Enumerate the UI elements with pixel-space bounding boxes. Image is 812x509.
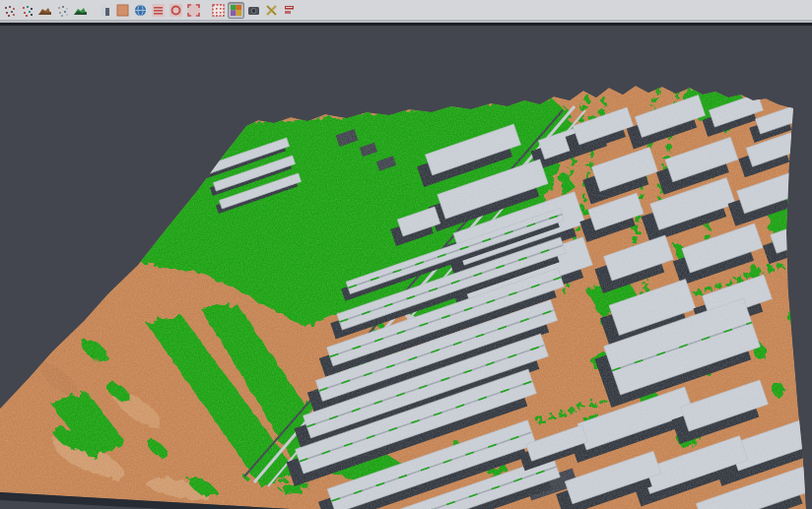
grid-icon [212,4,225,17]
toolbar-button-legend-icon[interactable] [150,2,167,19]
toolbar [0,0,812,21]
camera-icon [247,4,260,17]
points-red-icon [3,4,16,17]
toolbar-button-flag-icon[interactable] [281,2,298,19]
toolbar-button-bare-earth-icon[interactable] [36,2,53,19]
toolbar-button-classification-colors-icon[interactable] [228,2,244,19]
scene-svg[interactable] [0,26,812,509]
ortho-image-icon [116,4,129,17]
flag-icon [283,4,296,17]
toolbar-button-points-red-icon[interactable] [1,2,18,19]
toolbar-button-ortho-image-icon[interactable] [114,2,131,19]
toolbar-separator [203,2,209,19]
points-classified-icon [21,4,34,17]
extent-icon [187,4,200,17]
toolbar-button-globe-icon[interactable] [132,2,149,19]
bare-earth-icon [38,4,51,17]
toolbar-button-grid-icon[interactable] [210,2,227,19]
toolbar-separator [90,2,96,19]
toolbar-button-target-icon[interactable] [168,2,184,19]
profile-view-icon [99,4,111,17]
toolbar-button-measure-icon[interactable] [263,2,280,19]
toolbar-button-points-gray-icon[interactable] [54,2,71,19]
terrain-surface [0,26,812,509]
viewport-3d[interactable] [0,26,812,509]
classification-colors-icon [230,4,242,17]
toolbar-button-points-classified-icon[interactable] [19,2,35,19]
toolbar-button-profile-view-icon[interactable] [97,2,113,19]
measure-icon [265,4,278,17]
surface-model-icon [74,4,87,17]
legend-icon [152,4,165,17]
target-icon [169,4,182,17]
terrain-model [0,26,812,509]
toolbar-button-extent-icon[interactable] [185,2,202,19]
toolbar-button-surface-model-icon[interactable] [72,2,89,19]
points-gray-icon [56,4,69,17]
toolbar-button-camera-icon[interactable] [245,2,262,19]
globe-icon [134,4,147,17]
pointcloud-grain [0,26,812,509]
